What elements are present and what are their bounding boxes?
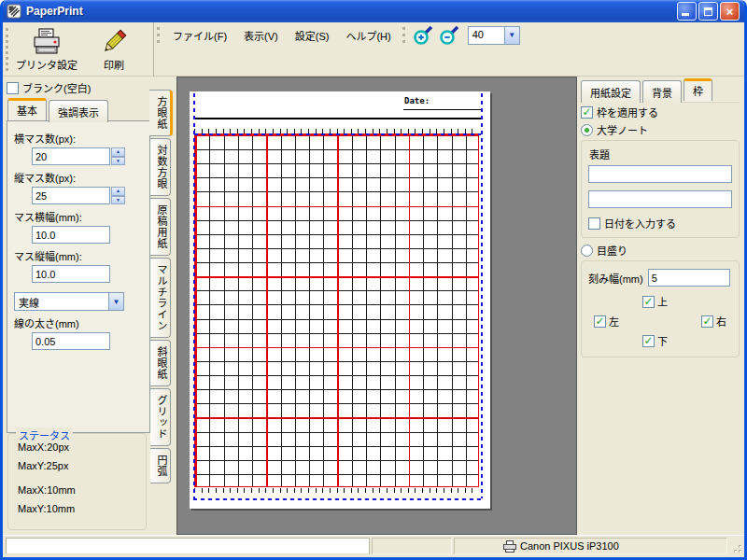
cell-height-input[interactable] [32,265,110,283]
cell-width-input[interactable] [32,226,110,244]
app-icon [7,4,21,19]
spin-down-icon[interactable]: ▼ [111,157,125,166]
apply-frame-checkbox[interactable] [581,106,593,119]
maximize-button[interactable] [698,2,718,21]
status-maxy-mm: MaxY:10mm [18,503,136,514]
side-bottom-label: 下 [657,333,668,348]
cols-label: 横マス数(px): [14,131,146,146]
status-maxy-px: MaxY:25px [18,460,136,471]
right-tabs: 用紙設定 背景 枠 [581,78,740,101]
basic-tab-panel: 横マス数(px): ▲ ▼ 縦マス数(px): ▲ ▼ マス横幅(m [7,120,150,433]
side-left-label: 左 [609,314,619,329]
rows-input[interactable] [32,187,110,204]
right-margin-line [481,93,483,498]
side-bottom-row[interactable]: 下 [642,333,668,348]
side-top-checkbox[interactable] [642,296,655,308]
menu-help[interactable]: ヘルプ(H) [337,23,399,48]
side-right-checkbox[interactable] [701,315,713,328]
side-bottom-checkbox[interactable] [642,335,655,347]
minimize-button[interactable] [677,2,697,21]
date-checkbox-label: 日付を入力する [604,216,676,231]
menubar: ファイル(F) 表示(V) 設定(S) ヘルプ(H) [154,22,400,48]
spin-up-icon[interactable]: ▲ [111,187,125,196]
tab-diagonal[interactable]: 斜眼紙 [150,340,171,386]
scale-radio[interactable] [581,245,593,257]
tab-multiline[interactable]: マルチライン [150,258,171,338]
side-left-row[interactable]: 左 [594,314,619,329]
cols-stepper: ▲ ▼ [111,147,125,165]
menu-file[interactable]: ファイル(F) [164,23,235,48]
tab-manuscript[interactable]: 原稿用紙 [150,198,171,256]
side-right-row[interactable]: 右 [701,314,726,329]
tab-paper-settings[interactable]: 用紙設定 [581,80,641,103]
print-label: 印刷 [104,57,124,72]
maximize-icon [704,7,712,16]
college-note-radio[interactable] [581,124,593,136]
statusbar: Canon PIXUS iP3100 [3,535,744,557]
zoom-level-value: 40 [469,27,504,44]
grid-top-margin [194,133,481,135]
line-style-select[interactable]: 実線 ▼ [14,292,124,311]
statusbar-section [372,538,452,554]
date-checkbox-row[interactable]: 日付を入力する [588,216,732,231]
blank-checkbox-row[interactable]: ブランク(空白) [7,80,148,95]
zoombar-grip[interactable] [402,27,406,43]
zoom-in-button[interactable] [411,24,435,47]
step-input[interactable] [648,269,730,287]
status-maxx-mm: MaxX:10mm [18,484,136,496]
title-input-1[interactable] [588,165,732,183]
side-top-row[interactable]: 上 [642,294,668,309]
preview-area: Date: [176,77,577,535]
right-panel: 用紙設定 背景 枠 枠を適用する 大学ノート 表題 日付を入力する [577,77,744,535]
cols-input[interactable] [32,147,110,165]
left-tabs: 基本 強調表示 [7,98,150,120]
main-toolbar: プリンタ設定 印刷 [3,22,154,77]
titlebar[interactable]: PaperPrint × [3,0,744,22]
menu-view[interactable]: 表示(V) [235,23,287,48]
statusbar-message-field [6,538,370,554]
resize-grip[interactable] [729,540,743,554]
tab-frame[interactable]: 枠 [684,78,712,101]
close-button[interactable]: × [720,2,740,21]
tab-background[interactable]: 背景 [642,80,682,103]
scale-radio-row[interactable]: 目盛り [581,243,738,258]
zoom-out-button[interactable] [437,24,461,47]
printer-icon [503,540,516,553]
left-margin-line [193,93,195,498]
toolbar-grip[interactable] [6,28,9,71]
title-input-2[interactable] [588,190,732,208]
menubar-grip[interactable] [157,27,161,43]
apply-frame-row[interactable]: 枠を適用する [581,105,738,119]
status-group: ステータス MaxX:20px MaxY:25px MaxX:10mm MaxY… [7,433,147,530]
window-title: PaperPrint [26,5,675,18]
spin-down-icon[interactable]: ▼ [111,196,125,205]
tab-arc[interactable]: 円弧 [150,448,171,483]
pencil-icon [100,28,128,56]
bottom-margin-line [193,498,483,500]
chevron-down-icon[interactable]: ▼ [108,293,123,310]
toolbar-row: プリンタ設定 印刷 ファイル(F) 表示(V) 設定(S) [3,22,744,77]
tab-log-grid[interactable]: 対数方眼 [150,138,171,196]
line-width-input[interactable] [32,332,110,350]
scale-group: 刻み幅(mm) 上 左 右 [581,260,740,357]
college-note-row[interactable]: 大学ノート [581,122,738,137]
paper-preview: Date: [190,91,490,509]
printer-setup-button[interactable]: プリンタ設定 [13,24,80,75]
college-note-label: 大学ノート [597,122,648,137]
date-checkbox[interactable] [588,217,600,230]
blank-checkbox[interactable] [7,82,19,94]
chevron-down-icon[interactable]: ▼ [504,27,519,44]
menu-settings[interactable]: 設定(S) [287,23,338,48]
tab-dot-grid[interactable]: グリッド [150,388,171,446]
tab-highlight[interactable]: 強調表示 [49,100,108,122]
line-style-value: 実線 [15,293,108,310]
status-maxx-px: MaxX:20px [18,441,136,453]
print-button[interactable]: 印刷 [80,24,148,75]
tab-grid-paper[interactable]: 方眼紙 [149,90,173,136]
zoom-level-combo[interactable]: 40 ▼ [468,26,520,45]
tab-basic[interactable]: 基本 [7,98,47,120]
spin-up-icon[interactable]: ▲ [111,147,125,157]
paper-type-tabs: 方眼紙 対数方眼 原稿用紙 マルチライン 斜眼紙 グリッド 円弧 [150,77,176,535]
side-left-checkbox[interactable] [594,315,606,328]
zoom-toolbar: 40 ▼ [400,22,520,48]
